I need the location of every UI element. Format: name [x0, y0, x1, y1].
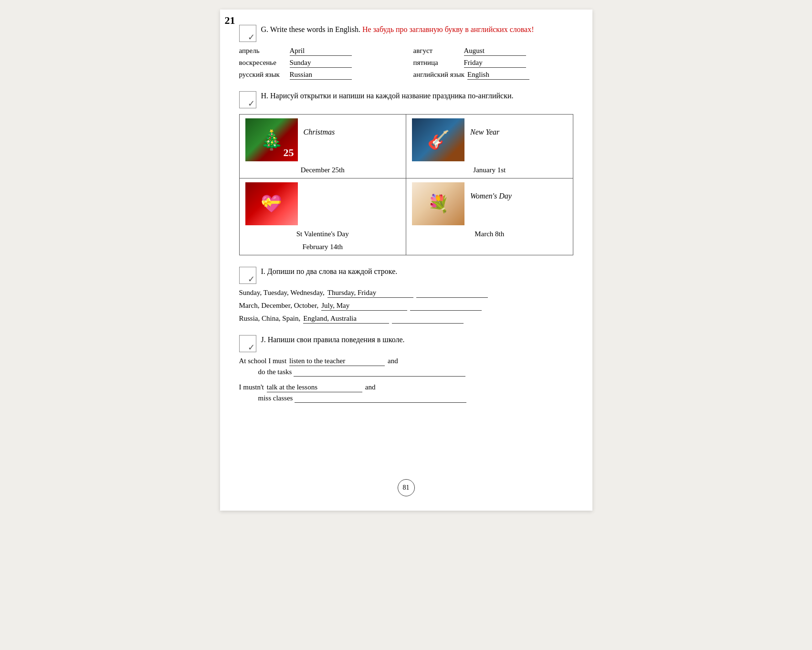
- word-ru-august: август: [413, 47, 461, 55]
- exercise-i-header: I. Допиши по два слова на каждой строке.: [239, 266, 573, 284]
- word-en-sunday: Sunday: [290, 59, 352, 68]
- word-row-sunday: воскресенье Sunday: [239, 59, 399, 68]
- seq-months-prefix: March, December, October,: [239, 302, 319, 310]
- g-these: these: [289, 25, 307, 33]
- seq-countries-prefix: Russia, China, Spain,: [239, 315, 301, 323]
- h-instruction-ru: Нарисуй открытки и напиши на каждой назв…: [270, 92, 513, 100]
- holiday-cell-womensday: Women's Day March 8th: [412, 182, 567, 238]
- seq-countries-blank: [392, 315, 464, 324]
- holiday-cell-christmas: Christmas December 25th: [245, 118, 401, 174]
- newyear-date: January 1st: [412, 164, 567, 174]
- christmas-name: Christmas: [304, 118, 335, 136]
- g-words: words in: [306, 25, 335, 33]
- womensday-image: [412, 182, 464, 225]
- word-row-august: август August: [413, 47, 573, 56]
- checkbox-h: [239, 91, 256, 108]
- section-i: I. Допиши по два слова на каждой строке.…: [239, 266, 573, 324]
- seq-months-blank: [410, 302, 482, 311]
- rule-2-connector: and: [365, 383, 376, 391]
- holiday-cell-valentine: St Valentine's Day February 14th: [245, 182, 401, 251]
- word-ru-sunday: воскресенье: [239, 59, 287, 67]
- word-en-friday: Friday: [464, 59, 526, 68]
- holidays-row-1: Christmas December 25th New Year January…: [239, 115, 573, 178]
- holidays-table: Christmas December 25th New Year January…: [239, 114, 573, 255]
- rule-2-continuation-line: miss classes: [258, 394, 573, 403]
- exercise-g-text: G. Write these words in English. Не забу…: [261, 24, 534, 35]
- rule-1-continuation-line: do the tasks: [258, 368, 573, 377]
- h-label: H.: [261, 92, 269, 100]
- holidays-row-2: St Valentine's Day February 14th Women's…: [239, 178, 573, 255]
- word-row-april: апрель April: [239, 47, 399, 56]
- section-j: J. Напиши свои правила поведения в школе…: [239, 334, 573, 403]
- checkbox-j: [239, 335, 256, 352]
- rule-2-blank: [295, 394, 466, 403]
- rule-2-answer: talk at the lessons: [267, 383, 362, 392]
- words-grid: апрель April август August воскресенье S…: [239, 47, 573, 80]
- sequence-countries: Russia, China, Spain, England, Australia: [239, 315, 573, 324]
- womensday-date: March 8th: [412, 228, 567, 238]
- word-row-english: английский язык English: [413, 71, 573, 80]
- rule-1-line: At school I must listen to the teacher a…: [239, 357, 573, 366]
- seq-countries-answer: England, Australia: [303, 315, 389, 324]
- valentine-date: February 14th: [245, 241, 401, 251]
- word-ru-english: английский язык: [413, 71, 465, 79]
- exercise-g-header: G. Write these words in English. Не забу…: [239, 24, 573, 42]
- exercise-j-text: J. Напиши свои правила поведения в школе…: [261, 334, 405, 346]
- page-number: 81: [398, 479, 415, 496]
- holiday-top-valentine: [245, 182, 298, 225]
- holiday-top-christmas: Christmas: [245, 118, 335, 161]
- g-instruction-ru: Не забудь про заглавную букву в английск…: [362, 25, 534, 33]
- holiday-newyear: New Year January 1st: [406, 115, 573, 178]
- newyear-image: [412, 118, 464, 161]
- rule-1-continuation: do the tasks: [258, 368, 292, 376]
- rule-2-prefix: I mustn't: [239, 383, 264, 391]
- section-g: G. Write these words in English. Не забу…: [239, 24, 573, 80]
- g-english-word: English.: [335, 25, 362, 33]
- rule-1-blank: [294, 368, 465, 377]
- j-instruction-ru: Напиши свои правила поведения в школе.: [268, 335, 405, 344]
- rule-1-prefix: At school I must: [239, 357, 287, 365]
- seq-months-answer: July, May: [321, 302, 407, 311]
- j-label: J.: [261, 335, 266, 344]
- i-instruction-ru: Допиши по два слова на каждой строке.: [267, 267, 397, 275]
- word-ru-friday: пятница: [413, 59, 461, 67]
- page: 21 G. Write these words in English. Не з…: [220, 10, 592, 511]
- holiday-womensday: Women's Day March 8th: [406, 178, 573, 255]
- seq-days-answer: Thursday, Friday: [327, 289, 413, 298]
- sequence-months: March, December, October, July, May: [239, 302, 573, 311]
- holiday-valentine: St Valentine's Day February 14th: [239, 178, 406, 255]
- holiday-christmas: Christmas December 25th: [239, 115, 406, 178]
- exercise-h-header: H. Нарисуй открытки и напиши на каждой н…: [239, 90, 573, 108]
- g-label: G.: [261, 25, 269, 33]
- word-ru-april: апрель: [239, 47, 287, 55]
- g-instruction-en: Write: [270, 25, 289, 33]
- christmas-image: [245, 118, 298, 161]
- womensday-name: Women's Day: [470, 182, 512, 200]
- holiday-top-womensday: Women's Day: [412, 182, 512, 225]
- checkbox-g: [239, 25, 256, 42]
- word-en-russian: Russian: [290, 71, 352, 80]
- newyear-name: New Year: [470, 118, 499, 136]
- valentine-name: St Valentine's Day: [245, 228, 401, 238]
- rule-1-answer: listen to the teacher: [289, 357, 385, 366]
- rule-2-continuation: miss classes: [258, 394, 293, 402]
- word-en-april: April: [290, 47, 352, 56]
- word-en-august: August: [464, 47, 526, 56]
- rule-2-line: I mustn't talk at the lessons and: [239, 383, 573, 392]
- valentine-image: [245, 182, 298, 225]
- holiday-cell-newyear: New Year January 1st: [412, 118, 567, 174]
- checkbox-i: [239, 267, 256, 284]
- word-row-friday: пятница Friday: [413, 59, 573, 68]
- exercise-h-text: H. Нарисуй открытки и напиши на каждой н…: [261, 90, 514, 102]
- seq-days-blank: [416, 289, 488, 298]
- christmas-date: December 25th: [245, 164, 401, 174]
- sequence-days: Sunday, Tuesday, Wednesday, Thursday, Fr…: [239, 289, 573, 298]
- word-row-russian: русский язык Russian: [239, 71, 399, 80]
- rule-1-connector: and: [388, 357, 398, 365]
- section-h: H. Нарисуй открытки и напиши на каждой н…: [239, 90, 573, 255]
- word-ru-russian: русский язык: [239, 71, 287, 79]
- exercise-i-text: I. Допиши по два слова на каждой строке.: [261, 266, 398, 277]
- exercise-j-header: J. Напиши свои правила поведения в школе…: [239, 334, 573, 352]
- i-label: I.: [261, 267, 265, 275]
- word-en-english: English: [467, 71, 529, 80]
